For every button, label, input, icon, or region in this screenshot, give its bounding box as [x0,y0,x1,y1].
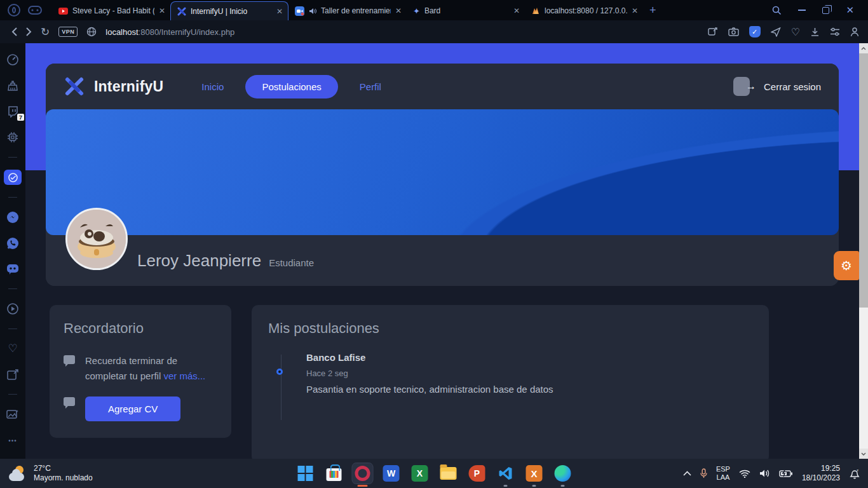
nav-postulaciones[interactable]: Postulaciones [245,75,337,98]
back-button[interactable] [11,27,17,36]
vscode-icon[interactable] [496,463,516,484]
gx-cleaner-icon[interactable] [4,78,22,93]
tab-close-icon[interactable]: ✕ [395,6,402,15]
opera-menu-icon[interactable] [8,4,20,17]
start-button[interactable] [295,463,316,484]
tab-close-icon[interactable]: ✕ [159,6,165,15]
player-icon[interactable] [4,301,22,316]
profile-name: Leroy Jeanpierre [137,251,261,271]
gx-corner-icon[interactable] [27,4,43,17]
tab-close-icon[interactable]: ✕ [632,6,638,15]
twitch-icon[interactable]: 7 [4,104,22,119]
powerpoint-icon[interactable]: P [467,463,487,484]
battery-icon[interactable] [779,470,793,478]
toolbar-actions: ✓ ♡ [708,26,859,38]
scroll-up-arrow[interactable] [859,43,868,53]
svg-text:z: z [857,468,858,472]
reload-button[interactable]: ↻ [41,25,50,39]
tab-close-icon[interactable]: ✕ [276,7,283,16]
window-controls: ✕ [772,4,868,16]
settings-gear-button[interactable]: ⚙ [834,251,859,280]
tab-internifyu[interactable]: InternifyU | Inicio ✕ [170,1,288,20]
bard-sparkle-icon: ✦ [413,6,420,16]
clock[interactable]: 19:25 18/10/2023 [802,464,840,483]
page-scrollbar[interactable] [859,43,868,459]
word-icon[interactable]: W [381,463,402,484]
twitch-badge: 7 [17,114,24,121]
easy-setup-icon[interactable] [830,27,840,36]
tray-chevron-up-icon[interactable] [683,471,691,476]
chat-bubble-icon [64,397,75,406]
edge-icon[interactable] [553,463,573,484]
app-navbar: InternifyU Inicio Postulaciones Perfil →… [46,64,839,109]
forward-button[interactable] [26,27,32,36]
pinboard-icon[interactable] [4,367,22,383]
profile-role: Estudiante [269,254,314,268]
shield-check-icon[interactable]: ✓ [749,26,761,37]
notification-bell-icon[interactable]: z [849,468,860,479]
system-tray: ESP LAA 19:25 18/10/2023 z [683,464,868,483]
logout-button[interactable]: → Cerrar sesion [733,77,821,96]
sidebar-divider [8,288,17,289]
profile-icon[interactable] [850,27,859,37]
minimize-button[interactable] [798,10,806,11]
profile-banner [46,109,839,235]
volume-icon[interactable] [759,469,770,478]
wallpaper-image-icon[interactable] [4,407,22,422]
language-indicator[interactable]: ESP LAA [716,465,730,482]
sidebar-more-icon[interactable]: ••• [4,433,22,448]
tab-audio-icon[interactable] [309,8,316,15]
tab-search-icon[interactable] [772,6,782,15]
tab-localhost-dashboard[interactable]: localhost:8080 / 127.0.0.1 / ✕ [525,1,643,20]
excel-icon[interactable]: X [410,463,430,484]
desktop: Steve Lacy - Bad Habit (Offi ✕ Internify… [0,0,868,488]
brand-name: InternifyU [94,78,163,95]
application-description: Pasantia en soporte tecnico, administrac… [306,384,553,395]
nav-perfil[interactable]: Perfil [349,76,391,98]
tab-close-icon[interactable]: ✕ [513,6,520,15]
timeline-rail [268,352,296,395]
sidebar-divider [8,197,17,198]
favorites-heart-icon[interactable]: ♡ [791,26,800,38]
edit-page-icon[interactable] [708,27,718,37]
tab-zoom-meeting[interactable]: Taller de entrenamiento ✕ [288,1,407,20]
snapshot-camera-icon[interactable] [728,27,739,36]
microphone-icon[interactable] [700,468,707,478]
restore-button[interactable] [822,7,829,14]
reminder-see-more-link[interactable]: ver más... [163,370,205,381]
close-window-button[interactable]: ✕ [846,4,854,16]
dashboard-cards: Recordatorio Recuerda terminar de comple… [50,305,769,459]
site-globe-icon[interactable] [86,27,97,37]
nav-inicio[interactable]: Inicio [191,76,234,98]
tab-bard[interactable]: ✦ Bard ✕ [407,1,525,20]
reminder-card: Recordatorio Recuerda terminar de comple… [50,305,231,438]
profile-avatar[interactable] [65,208,128,270]
downloads-icon[interactable] [810,27,820,37]
scroll-down-arrow[interactable] [859,449,868,459]
send-to-device-icon[interactable] [771,27,781,37]
new-tab-button[interactable]: + [649,4,656,17]
opera-gx-taskbar-icon[interactable] [353,463,373,484]
microsoft-store-icon[interactable] [324,463,344,484]
gx-corner-speedometer-icon[interactable] [4,52,22,67]
chatgpt-icon[interactable] [4,170,22,185]
browser-toolbar: ↻ VPN localhost:8080/InternifyU/index.ph… [0,20,868,43]
messenger-icon[interactable] [4,210,22,225]
wifi-icon[interactable] [739,470,750,478]
application-entry[interactable]: Banco Lafise Hace 2 seg Pasantia en sopo… [296,352,553,395]
scrollbar-thumb[interactable] [859,53,868,308]
add-cv-button[interactable]: Agregar CV [85,396,180,421]
xampp-icon[interactable]: X [524,463,545,484]
file-explorer-icon[interactable] [438,463,459,484]
applications-title: Mis postulaciones [268,320,752,337]
tab-youtube[interactable]: Steve Lacy - Bad Habit (Offi ✕ [52,1,170,20]
whatsapp-icon[interactable] [4,236,22,251]
discord-icon[interactable] [4,261,22,276]
logout-label: Cerrar sesion [764,81,821,92]
address-bar[interactable]: localhost:8080/InternifyU/index.php [105,27,698,37]
weather-widget[interactable]: 27°C Mayorm. nublado [0,464,191,483]
vpn-badge[interactable]: VPN [58,27,78,37]
brand[interactable]: InternifyU [64,76,163,97]
gx-control-chip-icon[interactable] [4,130,22,145]
favorites-heart-icon[interactable]: ♡ [4,341,22,356]
